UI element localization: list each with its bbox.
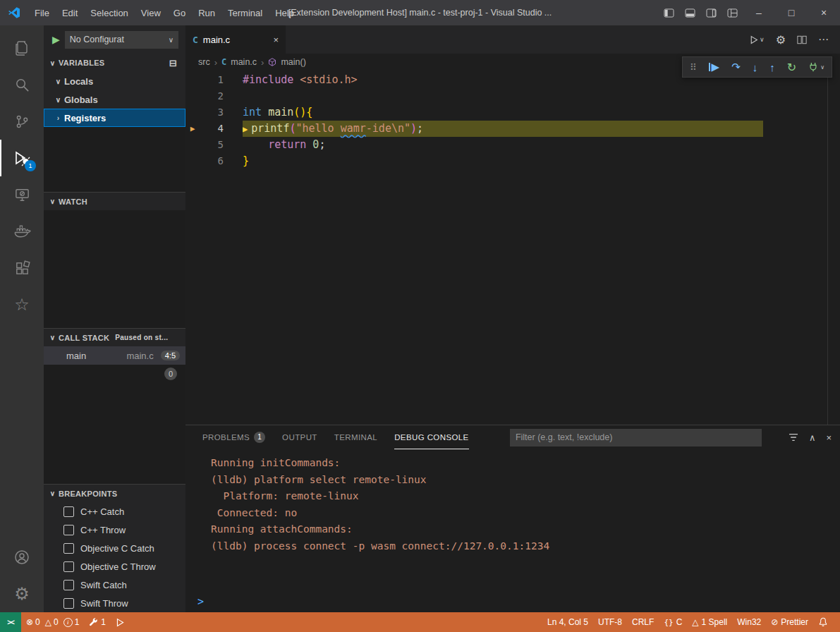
call-stack-frame[interactable]: main main.c 4:5 <box>44 346 185 365</box>
menu-view[interactable]: View <box>135 0 167 25</box>
eol-indicator[interactable]: CRLF <box>627 612 659 632</box>
breakpoint-item[interactable]: C++ Catch <box>44 502 185 521</box>
toggle-secondary-sidebar-icon[interactable] <box>700 0 722 25</box>
breakpoint-gutter[interactable] <box>185 153 200 169</box>
split-editor-icon[interactable] <box>797 35 807 44</box>
breakpoint-gutter[interactable] <box>185 104 200 121</box>
notifications-bell[interactable] <box>813 612 833 632</box>
activity-accounts[interactable] <box>0 539 44 576</box>
menu-run[interactable]: Run <box>192 0 221 25</box>
formatter-status[interactable]: ⊘ Prettier <box>766 612 813 632</box>
activity-run-debug[interactable]: 1 <box>0 140 44 176</box>
disconnect-button[interactable]: ∨ <box>808 62 824 72</box>
activity-search[interactable] <box>0 66 44 103</box>
drag-grip-icon[interactable]: ⠿ <box>690 62 697 73</box>
breakpoint-gutter[interactable] <box>185 88 200 104</box>
console-prompt-icon[interactable]: > <box>197 595 204 608</box>
breadcrumb-file[interactable]: main.c <box>231 57 257 67</box>
console-filter-input[interactable] <box>510 429 762 446</box>
variables-header[interactable]: ∨ VARIABLES ⊟ <box>44 54 185 72</box>
checkbox-icon[interactable] <box>63 598 74 609</box>
breadcrumb-src[interactable]: src <box>198 57 210 67</box>
breakpoints-header[interactable]: ∨ BREAKPOINTS <box>44 484 185 502</box>
cursor-position[interactable]: Ln 4, Col 5 <box>542 612 593 632</box>
activity-settings[interactable]: ⚙ <box>0 576 44 612</box>
editor-scrollbar[interactable] <box>827 71 828 425</box>
watch-header[interactable]: ∨ WATCH <box>44 192 185 210</box>
activity-extensions[interactable] <box>0 250 44 286</box>
checkbox-icon[interactable] <box>63 506 74 517</box>
code-line-4[interactable]: ▶4▶printf("hello wamr-ide\n"); <box>185 121 840 137</box>
checkbox-icon[interactable] <box>63 543 74 554</box>
checkbox-icon[interactable] <box>63 525 74 535</box>
tab-main-c[interactable]: C main.c × <box>185 25 286 54</box>
more-actions-icon[interactable]: ⋯ <box>818 33 829 46</box>
activity-remote-explorer[interactable] <box>0 176 44 213</box>
code-line-3[interactable]: 3int main(){ <box>185 104 840 121</box>
spell-checker-status[interactable]: △ 1 Spell <box>687 612 732 632</box>
breakpoint-gutter[interactable] <box>185 137 200 153</box>
close-panel-icon[interactable]: × <box>826 432 832 443</box>
code-line-2[interactable]: 2 <box>185 88 840 104</box>
remote-indicator[interactable]: >< <box>0 612 21 632</box>
breadcrumb-symbol[interactable]: main() <box>281 57 305 67</box>
code-editor[interactable]: 1#include <stdio.h>23int main(){▶4▶print… <box>185 71 840 425</box>
breakpoint-item[interactable]: C++ Throw <box>44 521 185 539</box>
breakpoint-item[interactable]: Objective C Throw <box>44 557 185 576</box>
step-over-button[interactable]: ↷ <box>731 61 741 73</box>
variables-item-locals[interactable]: ∨Locals <box>44 72 185 90</box>
menu-selection[interactable]: Selection <box>84 0 134 25</box>
maximize-panel-icon[interactable]: ∧ <box>809 432 816 443</box>
toggle-panel-icon[interactable] <box>679 0 700 25</box>
continue-button[interactable]: ▶ <box>709 61 720 73</box>
close-button[interactable]: × <box>808 0 840 25</box>
tab-close-icon[interactable]: × <box>273 35 279 45</box>
code-line-6[interactable]: 6} <box>185 153 840 169</box>
code-line-5[interactable]: 5 return 0; <box>185 137 840 153</box>
menu-edit[interactable]: Edit <box>56 0 84 25</box>
panel-tab-problems[interactable]: PROBLEMS1 <box>202 425 265 449</box>
activity-source-control[interactable] <box>0 103 44 140</box>
call-stack-header[interactable]: ∨ CALL STACK Paused on st... <box>44 328 185 346</box>
call-stack-header-label: CALL STACK <box>59 334 109 342</box>
step-into-button[interactable]: ↓ <box>753 61 758 73</box>
filter-icon[interactable] <box>789 433 798 442</box>
breakpoint-item[interactable]: Swift Throw <box>44 594 185 612</box>
toolchain-gear-icon[interactable]: ⚙ <box>776 33 786 47</box>
menu-terminal[interactable]: Terminal <box>221 0 269 25</box>
menu-go[interactable]: Go <box>167 0 192 25</box>
toggle-sidebar-icon[interactable] <box>658 0 679 25</box>
checkbox-icon[interactable] <box>63 580 74 590</box>
activity-docker[interactable] <box>0 213 44 250</box>
breakpoint-gutter[interactable] <box>185 72 200 88</box>
activity-marketplace[interactable]: ☆ <box>0 286 44 323</box>
activity-explorer[interactable] <box>0 30 44 66</box>
variables-item-globals[interactable]: ∨Globals <box>44 90 185 109</box>
debug-status[interactable] <box>111 612 130 632</box>
maximize-button[interactable]: □ <box>775 0 808 25</box>
problems-status[interactable]: ⊗0 △0 i1 <box>21 612 84 632</box>
language-mode[interactable]: {} C <box>659 612 687 632</box>
variables-item-registers[interactable]: ›Registers <box>44 109 185 127</box>
debug-config-dropdown[interactable]: No Configurat ∨ <box>65 31 178 49</box>
panel-tab-output[interactable]: OUTPUT <box>282 425 317 449</box>
run-or-debug-button[interactable]: ∨ <box>749 35 765 44</box>
start-debug-icon[interactable]: ▶ <box>52 34 60 45</box>
panel-tab-debug-console[interactable]: DEBUG CONSOLE <box>394 425 469 449</box>
platform-indicator[interactable]: Win32 <box>732 612 766 632</box>
customize-layout-icon[interactable] <box>722 0 743 25</box>
toolchain-status[interactable]: 1 <box>84 612 111 632</box>
step-out-button[interactable]: ↑ <box>769 61 775 73</box>
encoding-indicator[interactable]: UTF-8 <box>593 612 627 632</box>
minimize-button[interactable]: – <box>743 0 775 25</box>
restart-button[interactable]: ↻ <box>787 61 796 74</box>
breakpoint-item[interactable]: Objective C Catch <box>44 539 185 557</box>
checkbox-icon[interactable] <box>63 561 74 572</box>
frame-function: main <box>66 351 86 361</box>
breakpoint-label: C++ Catch <box>80 506 124 517</box>
panel-tab-terminal[interactable]: TERMINAL <box>334 425 377 449</box>
breakpoint-item[interactable]: Swift Catch <box>44 576 185 594</box>
problems-count-badge: 1 <box>254 432 265 443</box>
menu-file[interactable]: File <box>28 0 56 25</box>
collapse-all-icon[interactable]: ⊟ <box>169 58 181 68</box>
